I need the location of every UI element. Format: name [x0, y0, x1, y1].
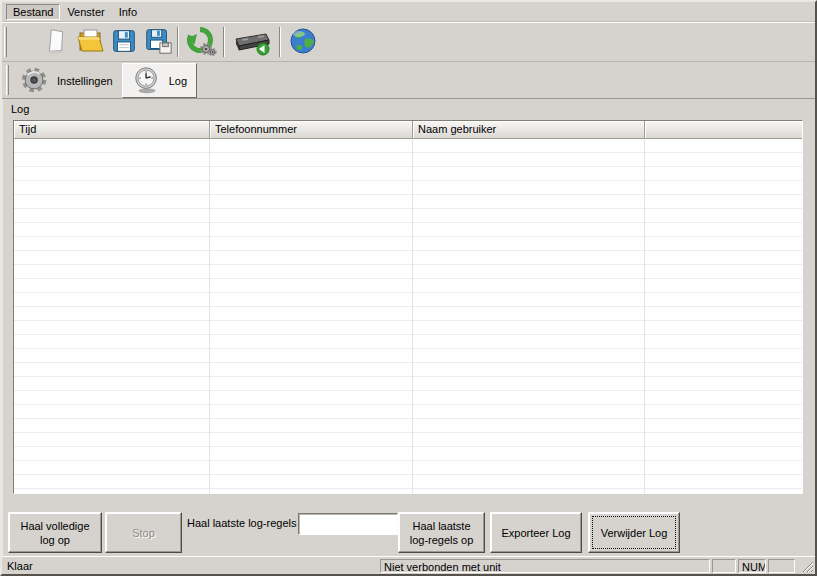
floppy-disk-save-as-icon: [143, 26, 173, 58]
toolbar-grip[interactable]: [4, 27, 7, 57]
tab-log[interactable]: Log: [122, 63, 197, 98]
fetch-last-lines-button[interactable]: Haal laatste log-regels op: [398, 512, 485, 553]
toolbar-separator: [279, 27, 281, 57]
clock-icon: [132, 65, 162, 97]
log-actions: Haal volledige log op Stop Haal laatste …: [2, 512, 815, 556]
stop-button: Stop: [105, 512, 182, 553]
column-header-telefoonnummer[interactable]: Telefoonnummer: [210, 121, 413, 139]
grid-line: [412, 139, 413, 493]
floppy-disk-icon: [109, 26, 139, 58]
grid-line: [644, 139, 645, 493]
last-log-lines-input[interactable]: [298, 513, 398, 535]
grid-line: [209, 139, 210, 493]
menu-item-bestand[interactable]: Bestand: [6, 4, 60, 20]
log-table: Tijd Telefoonnummer Naam gebruiker: [13, 120, 803, 494]
toolbar-separator: [223, 27, 225, 57]
status-bar: Klaar Niet verbonden met unit NUM: [2, 556, 815, 574]
log-table-body[interactable]: [14, 139, 802, 493]
resize-grip-icon[interactable]: [799, 558, 814, 573]
tab-bar: Instellingen Log: [2, 62, 815, 98]
tab-label: Instellingen: [57, 75, 113, 87]
log-tab-page: Log Tijd Telefoonnummer Naam gebruiker H…: [2, 98, 815, 556]
tab-label: Log: [169, 75, 187, 87]
tab-instellingen[interactable]: Instellingen: [11, 64, 122, 98]
last-log-lines-label: Haal laatste log-regels: [187, 517, 296, 529]
save-button[interactable]: [107, 24, 141, 60]
status-panel-empty: [768, 559, 795, 573]
gear-icon: [20, 65, 50, 97]
toolbar: [2, 22, 815, 62]
num-lock-indicator: NUM: [738, 559, 766, 573]
open-folder-icon: [74, 25, 106, 59]
blank-page-icon: [41, 26, 71, 58]
menu-item-info[interactable]: Info: [112, 4, 144, 20]
column-header-tijd[interactable]: Tijd: [14, 121, 210, 139]
log-section-label: Log: [11, 103, 29, 115]
new-document-button[interactable]: [39, 24, 73, 60]
connect-unit-button[interactable]: [227, 24, 277, 60]
export-log-button[interactable]: Exporteer Log: [490, 512, 582, 553]
green-circular-arrow-gears-icon: [185, 25, 217, 59]
device-green-arrow-icon: [230, 25, 274, 59]
menu-item-venster[interactable]: Venster: [60, 4, 111, 20]
log-table-header: Tijd Telefoonnummer Naam gebruiker: [14, 121, 802, 139]
app-window: Bestand Venster Info: [0, 0, 817, 576]
fetch-full-log-button[interactable]: Haal volledige log op: [8, 512, 102, 553]
sync-button[interactable]: [181, 24, 221, 60]
connection-status-panel: Niet verbonden met unit: [380, 559, 710, 573]
tabbar-grip[interactable]: [6, 65, 9, 95]
web-button[interactable]: [283, 24, 323, 60]
column-header-empty[interactable]: [645, 121, 802, 139]
open-button[interactable]: [73, 24, 107, 60]
column-header-naam-gebruiker[interactable]: Naam gebruiker: [413, 121, 645, 139]
globe-icon: [287, 25, 319, 59]
menu-bar: Bestand Venster Info: [2, 2, 815, 22]
save-as-button[interactable]: [141, 24, 175, 60]
status-panel-empty: [712, 559, 736, 573]
delete-log-button[interactable]: Verwijder Log: [588, 512, 680, 553]
toolbar-separator: [177, 27, 179, 57]
status-message: Klaar: [7, 560, 33, 572]
